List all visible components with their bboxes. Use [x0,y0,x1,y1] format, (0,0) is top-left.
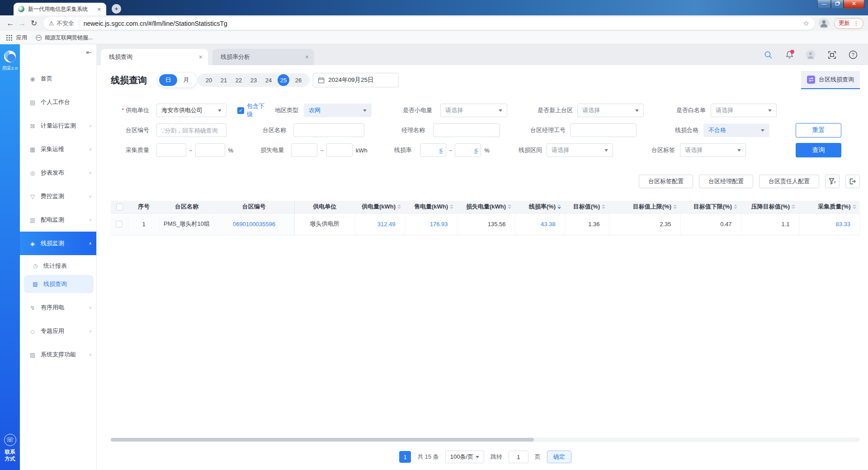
sidebar-item-collection-ops[interactable]: ▦ 采集运维 ∨ [20,138,96,161]
sidebar-item-line-loss-monitor[interactable]: ◈ 线损监测 ∧ [20,232,96,255]
date-20[interactable]: 20 [203,74,215,86]
date-24[interactable]: 24 [263,74,274,86]
jump-page-input[interactable] [509,451,528,463]
table-row[interactable]: 1 PMS_墩头村10组 0690100035596 墩头供电所 312.49 … [111,213,860,235]
collapse-sidebar-icon[interactable]: ⇤ [86,48,92,57]
manager-name-input[interactable] [434,124,500,137]
date-26[interactable]: 26 [292,74,304,86]
context-tab-station-line-loss[interactable]: 台区线损查询 [801,71,860,89]
page-1-button[interactable]: 1 [399,451,411,463]
contact-block[interactable]: ☏ 联系 方式 [4,434,16,463]
browser-update-button[interactable]: 更新 ⋮ [834,18,863,29]
manager-no-input[interactable] [571,124,636,137]
confirm-button[interactable]: 确定 [547,451,571,463]
sidebar-item-distribution-monitor[interactable]: ▥ 配电监测 ∨ [20,208,96,232]
page-size-select[interactable]: 100条/页 [445,451,484,463]
restore-button[interactable] [831,0,844,9]
tab-line-loss-query[interactable]: 线损查询 × [101,49,208,65]
col-target-upper[interactable]: 目标值上限(%) [609,201,680,213]
loss-rate-max-input[interactable]: ≤ [455,143,481,157]
station-manager-config-button[interactable]: 台区经理配置 [699,175,753,188]
cell-sold-energy[interactable]: 176.93 [405,213,457,235]
back-icon[interactable]: ← [5,19,16,28]
date-23[interactable]: 23 [248,74,259,86]
region-type-select[interactable]: 农网 [304,104,372,117]
include-sub-checkbox[interactable]: ✓ [237,107,244,114]
close-window-button[interactable]: ✕ [844,0,864,9]
month-toggle[interactable]: 月 [177,74,195,86]
sidebar-item-system-support[interactable]: ▨ 系统支撑功能 ∨ [20,343,96,366]
bell-icon[interactable] [784,50,794,60]
whitelist-select[interactable]: 请选择 [711,104,777,117]
new-tab-button[interactable]: + [112,4,121,14]
day-toggle[interactable]: 日 [159,74,177,86]
collect-quality-max-input[interactable] [195,143,225,157]
sidebar-item-workbench[interactable]: ▤ 个人工作台 [20,90,96,114]
export-icon-button[interactable] [845,175,860,188]
station-owner-config-button[interactable]: 台区责任人配置 [759,175,819,188]
col-target[interactable]: 目标值(%) [565,201,609,213]
date-picker[interactable]: 2024年09月25日 [313,73,399,87]
small-power-select[interactable]: 请选择 [440,104,507,117]
col-collect-quality[interactable]: 采集质量(%) [799,201,860,213]
sidebar-item-meter-reading[interactable]: ◎ 抄表发布 ∨ [20,161,96,185]
search-icon[interactable] [763,50,773,60]
loss-qualified-select[interactable]: 不合格 [703,123,769,137]
close-icon[interactable]: × [95,6,103,13]
cell-loss-rate[interactable]: 43.38 [515,213,565,235]
col-sold-energy[interactable]: 售电量(kWh) [405,201,457,213]
horizontal-scrollbar[interactable] [111,437,860,442]
url-text[interactable]: neweic.js.sgcc.com.cn/#/llm/line/Station… [84,20,227,27]
station-code-input[interactable] [157,124,226,137]
station-name-input[interactable] [294,124,364,137]
browser-tab[interactable]: 新一代用电信息采集系统 × [14,3,106,15]
col-loss-energy[interactable]: 损失电量(kWh) [457,201,515,213]
sidebar-item-fee-control[interactable]: ▽ 费控监测 ∨ [20,185,96,208]
reload-icon[interactable]: ↻ [28,19,40,28]
close-icon[interactable]: × [199,53,203,61]
bookmark-item[interactable]: 能源互联网营销服... [45,34,93,42]
sidebar-item-line-loss-query[interactable]: ▧ 线损查询 [24,275,94,293]
security-warning[interactable]: ⚠ 不安全 [49,19,74,28]
filter-icon-button[interactable] [825,175,840,188]
scrollbar-thumb[interactable] [111,438,534,442]
reset-button[interactable]: 重置 [796,123,841,138]
loss-energy-min-input[interactable] [291,143,317,157]
address-bar[interactable]: ⚠ 不安全 neweic.js.sgcc.com.cn/#/llm/line/S… [43,17,815,30]
close-icon[interactable]: × [305,53,309,61]
loss-energy-max-input[interactable] [326,143,353,157]
new-station-select[interactable]: 请选择 [577,104,644,117]
forward-icon[interactable]: → [16,19,28,28]
include-sub-label[interactable]: 包含下级 [247,102,268,119]
select-all-checkbox[interactable] [116,204,123,210]
power-unit-select[interactable]: 海安市供电公司 [156,104,226,117]
browser-menu-icon[interactable]: ⋮ [854,20,859,27]
user-avatar-icon[interactable] [806,50,816,60]
date-25-selected[interactable]: 25 [278,74,289,86]
minimize-button[interactable]: — [817,0,831,9]
tab-line-loss-rate-analysis[interactable]: 线损率分析 × [212,49,314,65]
sidebar-item-metering-monitor[interactable]: ⊠ 计量运行监测 ∨ [20,114,96,138]
collect-quality-min-input[interactable] [156,143,186,157]
bookmark-star-icon[interactable]: ☆ [803,19,809,28]
station-tag-select[interactable]: 请选择 [680,143,746,157]
sidebar-item-orderly-power[interactable]: ↯ 有序用电 ∨ [20,296,96,319]
row-checkbox[interactable] [116,221,123,228]
fullscreen-icon[interactable] [827,50,837,60]
col-supply-energy[interactable]: 供电量(kWh) [355,201,405,213]
cell-supply-energy[interactable]: 312.49 [355,213,405,235]
loss-interval-select[interactable]: 请选择 [547,143,613,157]
help-icon[interactable]: ? [848,50,858,60]
col-reduction-target[interactable]: 压降目标值(%) [741,201,799,213]
date-21[interactable]: 21 [218,74,230,86]
col-target-lower[interactable]: 目标值下限(%) [680,201,741,213]
loss-rate-min-input[interactable]: ≤ [420,143,446,157]
sidebar-item-stats-report[interactable]: ◷ 统计报表 [20,257,96,275]
cell-station-code-link[interactable]: 0690100035596 [214,213,294,235]
apps-grid-icon[interactable] [6,35,12,41]
station-tag-config-button[interactable]: 台区标签配置 [639,175,693,188]
browser-profile-icon[interactable] [818,18,830,29]
apps-label[interactable]: 应用 [16,34,27,42]
phone-icon[interactable]: ☏ [4,434,16,446]
sidebar-item-home[interactable]: ◉ 首页 [20,67,96,90]
